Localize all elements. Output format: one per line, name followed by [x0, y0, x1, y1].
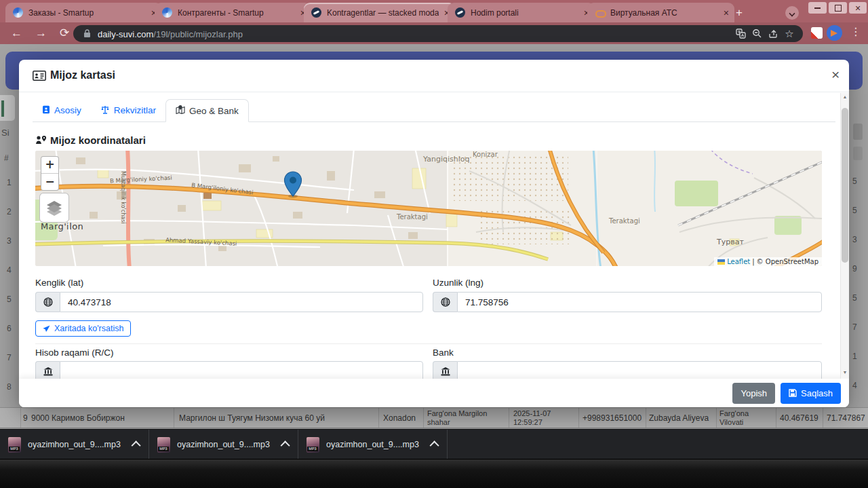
- modal-tabbar: Asosiy Rekvizitlar Geo & Bank: [33, 99, 835, 122]
- map-layers-control[interactable]: [39, 193, 69, 223]
- forward-button[interactable]: →: [35, 25, 47, 41]
- close-icon: ×: [855, 3, 861, 14]
- downloads-bar: MP3 oyazimhon_out_9....mp3 MP3 oyazimhon…: [0, 429, 868, 459]
- modal-close-icon[interactable]: ×: [831, 67, 840, 81]
- window-restore-button[interactable]: [829, 2, 847, 14]
- background-col-header: Si: [1, 128, 9, 138]
- background-num-header: #: [4, 153, 9, 163]
- tab-title: Hodim portali: [471, 8, 578, 18]
- browser-tab-hodim[interactable]: Hodim portali ×: [448, 3, 595, 22]
- download-menu-chevron-icon[interactable]: [132, 440, 141, 450]
- map-place-label: Yangiqishloq: [423, 155, 469, 164]
- zoom-in-button[interactable]: +: [41, 157, 58, 174]
- map-attribution: Leaflet | © OpenStreetMap: [714, 257, 822, 266]
- window-close-button[interactable]: ×: [849, 2, 867, 14]
- download-menu-chevron-icon[interactable]: [281, 440, 290, 450]
- ukraine-flag-icon: [717, 259, 725, 265]
- modal-header: Mijoz kartasi ×: [19, 60, 849, 92]
- background-row-number: 8: [7, 382, 12, 392]
- lat-input[interactable]: [60, 292, 423, 312]
- close-modal-button[interactable]: Yopish: [732, 383, 775, 404]
- background-cell-fragment: 5: [852, 176, 857, 186]
- download-file-name: oyazimhon_out_9....mp3: [177, 440, 276, 449]
- download-item[interactable]: MP3 oyazimhon_out_9....mp3: [149, 430, 298, 459]
- lng-label: Uzunlik (lng): [433, 278, 484, 288]
- tab-title: Заказы - Smartup: [28, 8, 146, 18]
- map-city-label: Marg'ilon: [41, 221, 83, 231]
- browser-tab-zakazy[interactable]: Заказы - Smartup ×: [5, 3, 162, 22]
- background-cell-fragment: 9: [852, 264, 857, 274]
- balance-scale-icon: [100, 105, 110, 116]
- background-cell-fragment: 1: [852, 352, 857, 361]
- row-num: 9: [23, 413, 28, 423]
- new-tab-button[interactable]: +: [731, 5, 747, 21]
- browser-tab-kontragenty[interactable]: Контрагенты - Smartup ×: [155, 3, 311, 22]
- map-tiles: [35, 151, 822, 266]
- reload-button[interactable]: ⟳: [60, 25, 69, 41]
- zoom-icon[interactable]: [751, 29, 762, 39]
- row-datetime: 2025-11-07 12:59:27: [513, 409, 561, 427]
- table-row: 9 9000 Каримов Бобиржон Маргилон ш Туягу…: [0, 407, 868, 428]
- map-place-label: Teraktagi: [609, 217, 640, 225]
- smartup-favicon: [162, 7, 172, 18]
- close-label: Yopish: [741, 388, 767, 398]
- minimize-icon: [814, 7, 821, 9]
- leaflet-link[interactable]: Leaflet: [727, 258, 750, 265]
- modal-scrollbar[interactable]: ▲ ▼: [840, 93, 849, 379]
- background-cell-fragment: 5: [852, 206, 857, 215]
- osm-link[interactable]: © OpenStreetMap: [757, 258, 818, 265]
- tab-rekvizitlar[interactable]: Rekvizitlar: [91, 99, 165, 121]
- restore-icon: [835, 5, 842, 12]
- background-row-number: 7: [7, 353, 12, 362]
- browser-tab-kontragentlar-active[interactable]: Kontragentlar — stacked moda ×: [304, 3, 455, 22]
- lat-label: Kenglik (lat): [35, 278, 83, 288]
- download-file-name: oyazimhon_out_9....mp3: [326, 440, 425, 449]
- background-green-fragment: [1, 100, 4, 117]
- tab-label: Asosiy: [54, 105, 81, 115]
- site-favicon: [455, 7, 465, 18]
- translate-icon[interactable]: [735, 29, 746, 39]
- row-lat: 40.467619: [780, 413, 818, 423]
- show-on-map-button[interactable]: Xaritada ko'rsatish: [35, 320, 131, 337]
- download-file-name: oyazimhon_out_9....mp3: [28, 440, 127, 449]
- taskbar: [0, 459, 868, 488]
- back-button[interactable]: ←: [11, 25, 22, 41]
- download-item[interactable]: MP3 oyazimhon_out_9....mp3: [0, 430, 149, 459]
- window-minimize-button[interactable]: [808, 2, 827, 14]
- divider: [35, 343, 822, 344]
- cloud-favicon: [595, 7, 605, 18]
- scroll-up-icon[interactable]: ▲: [841, 94, 849, 99]
- tab-search-chevron-icon[interactable]: [785, 6, 799, 20]
- tab-geo-bank[interactable]: Geo & Bank: [165, 99, 249, 122]
- download-item[interactable]: MP3 oyazimhon_out_9....mp3: [298, 430, 448, 459]
- map-street-label: Mustaqillik ko'chasi: [120, 171, 126, 224]
- tab-close-icon[interactable]: ×: [724, 8, 729, 18]
- address-bar[interactable]: daily-suvi.com/19l/public/mijozlar.php ☆: [73, 25, 803, 42]
- browser-menu-icon[interactable]: ⋮: [850, 25, 861, 38]
- save-button[interactable]: Saqlash: [781, 383, 841, 404]
- url-path: /19l/public/mijozlar.php: [153, 29, 243, 39]
- row-agent: Zubayda Aliyeva: [649, 413, 709, 423]
- account-label: Hisob raqami (R/C): [35, 348, 114, 358]
- profile-avatar[interactable]: [827, 25, 842, 41]
- bank-label: Bank: [433, 348, 454, 358]
- zoom-out-button[interactable]: −: [41, 174, 58, 190]
- row-phone: +998931651000: [583, 413, 642, 423]
- bookmark-star-icon[interactable]: ☆: [784, 29, 795, 39]
- site-favicon: [311, 7, 321, 18]
- share-icon[interactable]: [768, 29, 778, 39]
- scroll-down-icon[interactable]: ▼: [841, 370, 849, 375]
- map-place-label: Турват: [717, 238, 744, 246]
- background-row-number: 5: [7, 295, 12, 304]
- tab-asosiy[interactable]: Asosiy: [33, 99, 91, 121]
- lock-icon: [81, 29, 92, 39]
- download-menu-chevron-icon[interactable]: [430, 440, 439, 450]
- browser-tab-ats[interactable]: Виртуальная АТС ×: [587, 3, 734, 22]
- row-region2: Farg'ona Vilovati: [719, 409, 760, 427]
- lng-input[interactable]: [457, 292, 822, 312]
- row-address: Маргилон ш Туягум Низоми куча 60 уй: [179, 413, 325, 423]
- extension-icon[interactable]: [811, 27, 823, 39]
- screen: Заказы - Smartup × Контрагенты - Smartup…: [0, 0, 868, 488]
- scrollbar-thumb[interactable]: [842, 108, 848, 263]
- leaflet-map[interactable]: Marg'ilon B Marg'iloniy ko'chasi B Marg'…: [35, 151, 822, 266]
